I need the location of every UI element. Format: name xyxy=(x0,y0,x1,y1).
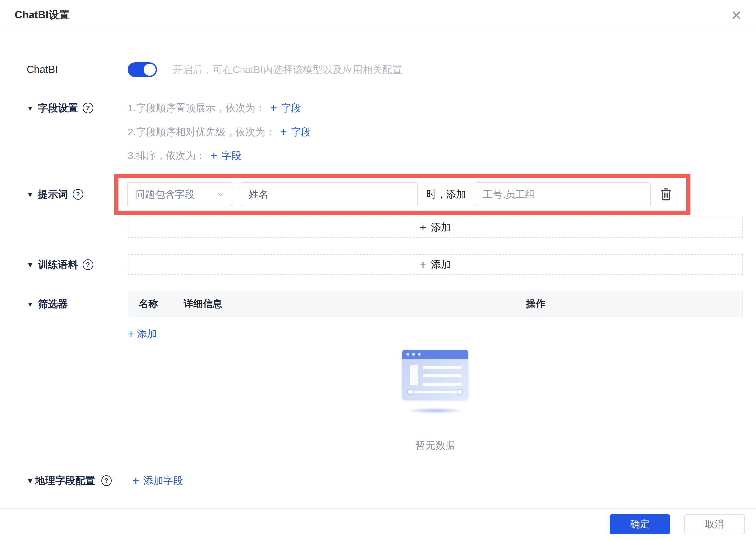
field-settings-label: 字段设置 xyxy=(38,101,78,115)
illustration-line xyxy=(423,374,462,377)
prompt-header[interactable]: ▼ 提示词 ? xyxy=(27,187,128,202)
illustration-shadow xyxy=(405,408,465,413)
geo-add-field-link[interactable]: + 添加字段 xyxy=(132,474,183,487)
chatbi-description: 开启后，可在ChatBI内选择该模型以及应用相关配置 xyxy=(173,63,402,76)
empty-illustration-titlebar xyxy=(402,350,469,359)
geo-field-label: 地理字段配置 xyxy=(36,474,95,487)
prompt-middle-text: 时，添加 xyxy=(426,188,466,201)
column-header-action: 操作 xyxy=(526,297,742,311)
dialog-footer: 确定 取消 xyxy=(0,508,756,540)
filter-table-header: 名称 详细信息 操作 xyxy=(128,291,743,317)
training-section: ▼ 训练语料 ? + 添加 xyxy=(27,254,743,275)
empty-state: 暂无数据 xyxy=(128,340,743,452)
toggle-knob xyxy=(144,64,156,75)
illustration-slider xyxy=(409,391,462,393)
field-order-row: 1.字段顺序置顶展示，依次为： + 字段 xyxy=(128,101,743,115)
column-header-detail: 详细信息 xyxy=(184,297,526,311)
filter-label: 筛选器 xyxy=(38,297,68,311)
field-settings-label-col: ▼ 字段设置 ? xyxy=(27,101,128,163)
caret-down-icon: ▼ xyxy=(27,191,34,198)
chatbi-label: ChatBI xyxy=(27,64,128,75)
training-label-col: ▼ 训练语料 ? xyxy=(27,254,128,275)
filter-content: 名称 详细信息 操作 + 添加 xyxy=(128,291,743,452)
dialog-body: ChatBI 开启后，可在ChatBI内选择该模型以及应用相关配置 ▼ 字段设置… xyxy=(0,62,756,488)
caret-down-icon: ▼ xyxy=(27,105,34,112)
window-dot-icon xyxy=(406,353,409,356)
window-dot-icon xyxy=(418,353,421,356)
plus-icon: + xyxy=(420,222,426,233)
chatbi-settings-dialog: ChatBI设置 × ChatBI 开启后，可在ChatBI内选择该模型以及应用… xyxy=(0,0,756,540)
prompt-field-input[interactable] xyxy=(241,182,418,206)
caret-down-icon: ▼ xyxy=(27,261,34,268)
training-add-button[interactable]: + 添加 xyxy=(128,254,743,275)
field-priority-text: 2.字段顺序相对优先级，依次为： xyxy=(128,125,275,139)
chatbi-toggle[interactable] xyxy=(128,62,157,77)
illustration-slider-knob xyxy=(408,389,413,394)
plus-icon: + xyxy=(270,102,277,114)
filter-header[interactable]: ▼ 筛选器 xyxy=(27,297,128,311)
field-settings-content: 1.字段顺序置顶展示，依次为： + 字段 2.字段顺序相对优先级，依次为： + … xyxy=(128,101,743,163)
highlight-red-box: 问题包含字段 时，添加 xyxy=(114,174,690,215)
prompt-content: 问题包含字段 时，添加 xyxy=(128,174,743,238)
add-field-label-3: 字段 xyxy=(221,149,241,163)
add-field-label-1: 字段 xyxy=(281,101,301,115)
prompt-condition-select[interactable]: 问题包含字段 xyxy=(127,182,232,206)
training-header[interactable]: ▼ 训练语料 ? xyxy=(27,257,128,272)
chevron-down-icon xyxy=(216,190,225,199)
caret-down-icon: ▼ xyxy=(27,477,34,484)
column-header-name: 名称 xyxy=(139,297,184,311)
illustration-block xyxy=(410,365,418,385)
field-settings-header[interactable]: ▼ 字段设置 ? xyxy=(27,101,128,115)
geo-add-field-label: 添加字段 xyxy=(143,474,183,487)
filter-add-row: + 添加 xyxy=(128,327,743,340)
field-priority-row: 2.字段顺序相对优先级，依次为： + 字段 xyxy=(128,125,743,139)
window-dot-icon xyxy=(412,353,415,356)
plus-icon: + xyxy=(420,259,426,270)
geo-field-section: ▼ 地理字段配置 ? + 添加字段 xyxy=(27,473,743,488)
close-icon[interactable]: × xyxy=(731,6,741,24)
filter-section: ▼ 筛选器 名称 详细信息 操作 + 添加 xyxy=(27,291,743,452)
add-field-link-3[interactable]: + 字段 xyxy=(210,149,241,163)
empty-state-illustration xyxy=(402,350,469,400)
add-field-link-1[interactable]: + 字段 xyxy=(270,101,301,115)
filter-add-link[interactable]: + 添加 xyxy=(128,327,157,341)
help-icon[interactable]: ? xyxy=(73,189,83,200)
cancel-button[interactable]: 取消 xyxy=(684,514,745,534)
empty-illustration-body xyxy=(402,359,469,400)
help-icon[interactable]: ? xyxy=(83,103,93,113)
prompt-add-button[interactable]: + 添加 xyxy=(128,217,743,238)
prompt-label-col: ▼ 提示词 ? xyxy=(27,174,128,238)
plus-icon: + xyxy=(280,126,287,138)
confirm-button[interactable]: 确定 xyxy=(610,514,670,534)
prompt-section: ▼ 提示词 ? 问题包含字段 时，添加 xyxy=(27,174,743,238)
help-icon[interactable]: ? xyxy=(101,475,112,486)
illustration-line xyxy=(423,382,462,385)
plus-icon: + xyxy=(132,475,139,486)
caret-down-icon: ▼ xyxy=(27,301,34,308)
illustration-slider-knob xyxy=(458,389,463,394)
training-label: 训练语料 xyxy=(38,258,78,271)
trash-icon[interactable] xyxy=(660,187,673,202)
chatbi-row: ChatBI 开启后，可在ChatBI内选择该模型以及应用相关配置 xyxy=(27,62,743,77)
training-add-label: 添加 xyxy=(431,258,451,271)
filter-add-label: 添加 xyxy=(137,327,157,341)
geo-field-header[interactable]: ▼ 地理字段配置 ? xyxy=(27,473,112,488)
field-sort-row: 3.排序，依次为： + 字段 xyxy=(128,149,743,163)
add-field-link-2[interactable]: + 字段 xyxy=(280,125,311,139)
filter-label-col: ▼ 筛选器 xyxy=(27,291,128,452)
prompt-add-label: 添加 xyxy=(431,221,451,234)
help-icon[interactable]: ? xyxy=(83,259,93,270)
empty-state-text: 暂无数据 xyxy=(415,439,455,452)
dialog-header: ChatBI设置 × xyxy=(0,0,756,31)
field-sort-text: 3.排序，依次为： xyxy=(128,149,206,163)
training-content: + 添加 xyxy=(128,254,743,275)
prompt-label: 提示词 xyxy=(38,188,68,201)
field-order-text: 1.字段顺序置顶展示，依次为： xyxy=(128,101,266,115)
prompt-add-input[interactable] xyxy=(475,182,651,206)
illustration-line xyxy=(423,366,462,369)
add-field-label-2: 字段 xyxy=(291,125,311,139)
plus-icon: + xyxy=(128,328,134,339)
prompt-condition-value: 问题包含字段 xyxy=(135,188,195,201)
field-settings-section: ▼ 字段设置 ? 1.字段顺序置顶展示，依次为： + 字段 2.字段顺序相对优先… xyxy=(27,101,743,163)
dialog-title: ChatBI设置 xyxy=(15,8,70,22)
